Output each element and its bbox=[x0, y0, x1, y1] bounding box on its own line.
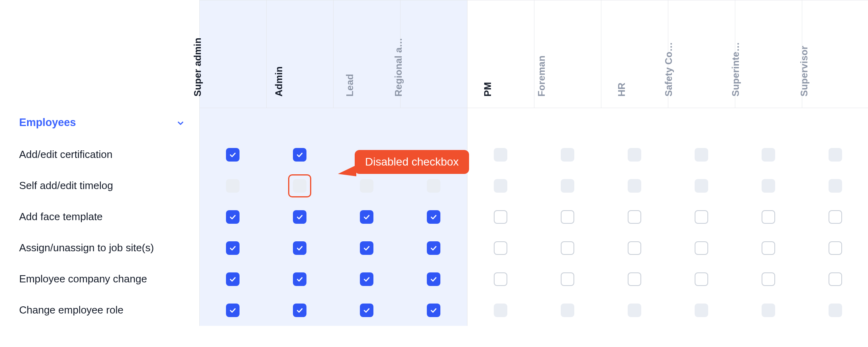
permission-cell bbox=[668, 108, 735, 139]
permission-cell[interactable] bbox=[400, 264, 467, 295]
role-header-regional-a[interactable]: Regional a… bbox=[400, 0, 467, 108]
role-header-safety-co[interactable]: Safety Co… bbox=[668, 0, 735, 108]
permission-cell[interactable] bbox=[735, 233, 802, 264]
permission-cell[interactable] bbox=[534, 233, 601, 264]
checkbox-checked[interactable] bbox=[293, 241, 306, 255]
permission-label: Self add/edit timelog bbox=[0, 170, 199, 201]
permission-cell[interactable] bbox=[467, 264, 534, 295]
checkbox-checked[interactable] bbox=[226, 148, 240, 162]
role-header-pm[interactable]: PM bbox=[467, 0, 534, 108]
checkbox-checked[interactable] bbox=[360, 210, 373, 224]
role-header-superinte[interactable]: Superinte… bbox=[735, 0, 802, 108]
permission-cell[interactable] bbox=[333, 264, 400, 295]
checkbox-unchecked[interactable] bbox=[762, 210, 775, 224]
role-header-supervisor[interactable]: Supervisor bbox=[802, 0, 868, 108]
checkbox-unchecked[interactable] bbox=[695, 210, 708, 224]
permission-cell[interactable] bbox=[400, 295, 467, 326]
permission-cell[interactable] bbox=[333, 295, 400, 326]
permission-cell[interactable] bbox=[668, 233, 735, 264]
permission-cell[interactable] bbox=[534, 201, 601, 233]
checkbox-disabled bbox=[427, 179, 440, 193]
permission-cell bbox=[534, 108, 601, 139]
permission-row-self-timelog: Self add/edit timelog bbox=[0, 170, 868, 201]
permission-cell[interactable] bbox=[534, 264, 601, 295]
checkbox-unchecked[interactable] bbox=[829, 272, 842, 286]
checkbox-checked[interactable] bbox=[293, 304, 306, 317]
checkbox-unchecked[interactable] bbox=[829, 210, 842, 224]
permission-cell[interactable] bbox=[735, 201, 802, 233]
permission-cell[interactable] bbox=[199, 233, 266, 264]
checkbox-unchecked[interactable] bbox=[762, 241, 775, 255]
checkbox-checked[interactable] bbox=[226, 304, 240, 317]
checkbox-checked[interactable] bbox=[427, 272, 440, 286]
permission-row-add-edit-cert: Add/edit certification bbox=[0, 139, 868, 170]
permission-label: Add/edit certification bbox=[0, 139, 199, 170]
permission-cell[interactable] bbox=[266, 295, 333, 326]
checkbox-disabled bbox=[762, 304, 775, 317]
permission-cell[interactable] bbox=[333, 201, 400, 233]
checkbox-unchecked[interactable] bbox=[494, 210, 507, 224]
permission-cell[interactable] bbox=[333, 233, 400, 264]
permission-cell[interactable] bbox=[199, 264, 266, 295]
permission-cell[interactable] bbox=[266, 264, 333, 295]
checkbox-checked[interactable] bbox=[360, 241, 373, 255]
permission-cell[interactable] bbox=[400, 201, 467, 233]
permission-cell[interactable] bbox=[802, 201, 868, 233]
permission-cell[interactable] bbox=[199, 139, 266, 170]
permission-cell[interactable] bbox=[668, 264, 735, 295]
permission-group-toggle[interactable]: Employees bbox=[0, 108, 199, 139]
role-header-super-admin[interactable]: Super admin bbox=[199, 0, 266, 108]
checkbox-unchecked[interactable] bbox=[762, 272, 775, 286]
permission-cell[interactable] bbox=[400, 233, 467, 264]
checkbox-checked[interactable] bbox=[226, 241, 240, 255]
checkbox-checked[interactable] bbox=[427, 241, 440, 255]
role-header-admin[interactable]: Admin bbox=[266, 0, 333, 108]
checkbox-checked[interactable] bbox=[360, 304, 373, 317]
role-header-foreman[interactable]: Foreman bbox=[534, 0, 601, 108]
checkbox-unchecked[interactable] bbox=[494, 272, 507, 286]
permission-cell[interactable] bbox=[668, 201, 735, 233]
permission-label: Change employee role bbox=[0, 295, 199, 326]
checkbox-checked[interactable] bbox=[293, 210, 306, 224]
permission-cell bbox=[199, 170, 266, 201]
permission-cell bbox=[802, 139, 868, 170]
checkbox-unchecked[interactable] bbox=[829, 241, 842, 255]
permission-cell[interactable] bbox=[601, 233, 668, 264]
permission-cell[interactable] bbox=[266, 201, 333, 233]
checkbox-checked[interactable] bbox=[427, 304, 440, 317]
permission-cell bbox=[601, 295, 668, 326]
checkbox-unchecked[interactable] bbox=[628, 210, 641, 224]
permission-cell[interactable] bbox=[467, 201, 534, 233]
checkbox-checked[interactable] bbox=[226, 210, 240, 224]
role-header-lead[interactable]: Lead bbox=[333, 0, 400, 108]
checkbox-checked[interactable] bbox=[427, 210, 440, 224]
checkbox-disabled bbox=[561, 148, 574, 162]
checkbox-unchecked[interactable] bbox=[628, 272, 641, 286]
checkbox-unchecked[interactable] bbox=[695, 241, 708, 255]
permission-cell[interactable] bbox=[199, 201, 266, 233]
permission-cell[interactable] bbox=[735, 264, 802, 295]
checkbox-unchecked[interactable] bbox=[561, 272, 574, 286]
checkbox-unchecked[interactable] bbox=[494, 241, 507, 255]
permission-cell[interactable] bbox=[802, 233, 868, 264]
checkbox-disabled bbox=[561, 179, 574, 193]
permission-cell[interactable] bbox=[467, 233, 534, 264]
checkbox-checked[interactable] bbox=[293, 272, 306, 286]
checkbox-checked[interactable] bbox=[293, 148, 306, 162]
role-header-hr[interactable]: HR bbox=[601, 0, 668, 108]
permission-cell[interactable] bbox=[601, 264, 668, 295]
permission-cell[interactable] bbox=[199, 295, 266, 326]
permission-cell[interactable] bbox=[601, 201, 668, 233]
checkbox-checked[interactable] bbox=[226, 272, 240, 286]
role-header-label: Foreman bbox=[536, 55, 547, 97]
permission-cell bbox=[333, 139, 400, 170]
permission-cell[interactable] bbox=[266, 233, 333, 264]
checkbox-unchecked[interactable] bbox=[561, 210, 574, 224]
checkbox-checked[interactable] bbox=[360, 272, 373, 286]
checkbox-unchecked[interactable] bbox=[561, 241, 574, 255]
permission-cell[interactable] bbox=[266, 139, 333, 170]
checkbox-unchecked[interactable] bbox=[628, 241, 641, 255]
role-header-label: Supervisor bbox=[799, 46, 810, 97]
checkbox-unchecked[interactable] bbox=[695, 272, 708, 286]
permission-cell[interactable] bbox=[802, 264, 868, 295]
